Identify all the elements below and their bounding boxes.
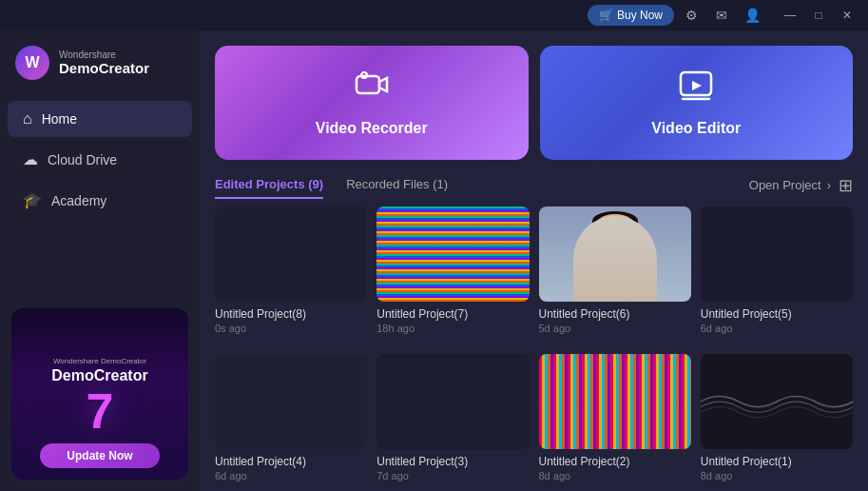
sidebar-item-academy[interactable]: 🎓 Academy: [8, 182, 192, 219]
project-name-1: Untitled Project(1): [701, 455, 853, 468]
tab-edited-projects[interactable]: Edited Projects (9): [215, 171, 323, 199]
editor-label: Video Editor: [651, 120, 741, 137]
list-item[interactable]: Untitled Project(5) 6d ago: [701, 206, 853, 344]
logo-icon: W: [15, 46, 49, 80]
promo-number: 7: [87, 386, 114, 436]
project-name-3: Untitled Project(3): [376, 455, 529, 468]
video-editor-card[interactable]: Video Editor: [540, 46, 854, 160]
minimize-button[interactable]: —: [777, 4, 803, 27]
list-item[interactable]: Untitled Project(1) 8d ago: [701, 354, 853, 492]
project-thumb-6: [539, 206, 691, 302]
project-name-6: Untitled Project(6): [539, 307, 691, 321]
logo-brand-main: DemoCreator: [59, 60, 149, 76]
project-thumb-2: [539, 354, 691, 449]
sidebar-item-academy-label: Academy: [51, 193, 106, 208]
project-time-4: 6d ago: [215, 470, 367, 481]
svg-rect-0: [357, 76, 379, 93]
logo-brand-top: Wondershare: [59, 49, 149, 60]
project-thumb-1: [701, 354, 853, 449]
project-time-3: 7d ago: [376, 470, 529, 481]
sidebar-item-home-label: Home: [42, 111, 77, 127]
list-item[interactable]: Untitled Project(4) 6d ago: [215, 354, 367, 492]
titlebar: 🛒 Buy Now ⚙ ✉ 👤 — □ ✕: [0, 0, 868, 30]
close-button[interactable]: ✕: [834, 4, 860, 27]
editor-icon: [679, 69, 713, 110]
sidebar-item-home[interactable]: ⌂ Home: [8, 101, 192, 137]
home-icon: ⌂: [23, 110, 32, 128]
promo-update-button[interactable]: Update Now: [40, 443, 159, 468]
project-thumb-5: [701, 206, 853, 302]
logo-area: W Wondershare DemoCreator: [0, 30, 200, 99]
grid-view-button[interactable]: ⊞: [839, 175, 853, 196]
chevron-right-icon: ›: [827, 178, 831, 192]
main-content: Video Recorder Video Editor Edited Proje…: [200, 30, 868, 491]
promo-card-area: Wondershare DemoCreator DemoCreator 7 Up…: [0, 297, 200, 491]
project-time-5: 6d ago: [701, 323, 853, 334]
sidebar-item-cloud-drive[interactable]: ☁ Cloud Drive: [8, 141, 192, 178]
promo-brand: DemoCreator: [51, 367, 147, 384]
hero-section: Video Recorder Video Editor: [200, 30, 868, 171]
buy-now-button[interactable]: 🛒 Buy Now: [588, 5, 674, 26]
project-time-1: 8d ago: [701, 470, 853, 481]
list-item[interactable]: Untitled Project(2) 8d ago: [539, 354, 691, 492]
sidebar: W Wondershare DemoCreator ⌂ Home ☁ Cloud…: [0, 30, 200, 491]
open-project-button[interactable]: Open Project ›: [749, 178, 831, 192]
project-name-4: Untitled Project(4): [215, 455, 367, 468]
maximize-button[interactable]: □: [805, 4, 832, 27]
project-thumb-3: [376, 354, 529, 449]
settings-button[interactable]: ⚙: [678, 2, 704, 29]
project-thumb-7: [376, 206, 529, 302]
mail-button[interactable]: ✉: [708, 2, 735, 29]
list-item[interactable]: Untitled Project(6) 5d ago: [539, 206, 691, 344]
video-recorder-card[interactable]: Video Recorder: [215, 46, 529, 160]
project-name-8: Untitled Project(8): [215, 307, 367, 321]
sidebar-item-cloud-label: Cloud Drive: [48, 152, 117, 167]
list-item[interactable]: Untitled Project(3) 7d ago: [376, 354, 529, 492]
cart-icon: 🛒: [599, 9, 613, 22]
projects-grid: Untitled Project(8) 0s ago Untitled Proj…: [200, 206, 868, 491]
project-thumb-4: [215, 354, 367, 449]
project-name-5: Untitled Project(5): [701, 307, 853, 321]
project-thumb-8: [215, 206, 367, 302]
recorder-icon: [355, 69, 389, 110]
project-time-7: 18h ago: [376, 323, 529, 334]
tab-recorded-files[interactable]: Recorded Files (1): [346, 171, 448, 199]
project-time-6: 5d ago: [539, 323, 691, 334]
user-button[interactable]: 👤: [739, 2, 765, 29]
list-item[interactable]: Untitled Project(8) 0s ago: [215, 206, 367, 344]
promo-card: Wondershare DemoCreator DemoCreator 7 Up…: [11, 308, 188, 480]
project-name-7: Untitled Project(7): [376, 307, 529, 321]
tabs-bar: Edited Projects (9) Recorded Files (1) O…: [200, 171, 868, 199]
cloud-icon: ☁: [23, 150, 38, 168]
list-item[interactable]: Untitled Project(7) 18h ago: [376, 206, 529, 344]
project-name-2: Untitled Project(2): [539, 455, 691, 468]
promo-logo-small: Wondershare DemoCreator: [53, 357, 146, 365]
project-time-8: 0s ago: [215, 323, 367, 334]
academy-icon: 🎓: [23, 191, 42, 209]
project-time-2: 8d ago: [539, 470, 691, 481]
recorder-label: Video Recorder: [316, 120, 428, 137]
